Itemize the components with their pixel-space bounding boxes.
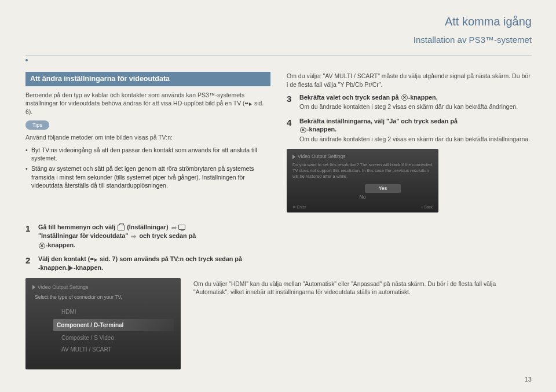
screenshot-footer: ✕ Enter ○ Back [292, 205, 433, 210]
section-heading: Att ändra inställningarna för videoutdat… [25, 72, 270, 86]
tips-list: Byt TV:ns videoingång så att den passar … [25, 146, 270, 189]
settings-icon [118, 225, 125, 230]
step-4-title: Bekräfta inställningarna, välj "Ja" och … [299, 117, 530, 134]
step-1-text: Gå till hemmenyn och välj (Inställningar… [38, 223, 196, 250]
screenshot-option-yes: Yes [365, 184, 401, 193]
reference-dots-icon [90, 255, 94, 262]
screenshot-caption: Om du väljer "HDMI" kan du välja mellan … [193, 278, 532, 296]
screenshot-option: AV MULTI / SCART [61, 345, 174, 354]
screenshot-option: HDMI [61, 307, 174, 317]
step-number: 1 [25, 223, 34, 250]
screenshot-title: Video Output Settings [32, 284, 174, 291]
screenshot-confirm-dialog: Video Output Settings Do you want to set… [287, 149, 438, 213]
screenshot-option: Composite / S Video [61, 334, 174, 343]
tips-item: Stäng av systemet och sätt på det igen g… [25, 164, 270, 189]
play-button-icon [68, 265, 73, 271]
arrow-icon: ➡ [171, 224, 177, 232]
intro-paragraph: Beroende på den typ av kablar och kontak… [25, 91, 270, 116]
screenshot-prompt: Select the type of connector on your TV. [32, 294, 174, 301]
reference-arrow-icon [249, 102, 252, 106]
tips-item: Byt TV:ns videoingång så att den passar … [25, 146, 270, 162]
reference-dots-icon [245, 100, 248, 107]
step-3-body: Om du ändrade kontakten i steg 2 visas e… [299, 102, 518, 111]
tips-badge: Tips [25, 120, 49, 130]
screenshot-option-no: No [292, 194, 433, 200]
divider [25, 55, 532, 64]
step-4: 4 Bekräfta inställningarna, välj "Ja" oc… [287, 117, 532, 143]
step-1: 1 Gå till hemmenyn och välj (Inställning… [25, 223, 279, 250]
screenshot-connector-select: Video Output Settings Select the type of… [25, 278, 181, 369]
step-3-title: Bekräfta valet och tryck sedan på ✕-knap… [299, 93, 518, 102]
x-button-icon: ✕ [401, 94, 408, 101]
display-icon [178, 225, 185, 230]
screenshot-title: Video Output Settings [292, 153, 433, 160]
screenshot-options: HDMI Component / D-Terminal Composite / … [32, 307, 174, 354]
arrow-icon: ➡ [131, 232, 136, 241]
page-subtitle: Installation av PS3™-systemet [25, 34, 532, 46]
step-number: 2 [25, 255, 34, 272]
x-button-icon: ✕ [300, 127, 306, 133]
breadcrumb: Att komma igång [25, 14, 532, 30]
step-4-body: Om du ändrade kontakten i steg 2 visas e… [299, 135, 530, 143]
intro-text: Beroende på den typ av kablar och kontak… [25, 91, 245, 107]
step-number: 3 [287, 93, 295, 111]
page-number: 13 [525, 375, 532, 384]
screenshot-body: Do you want to set this resolution? The … [292, 162, 433, 179]
right-para-1: Om du väljer "AV MULTI / SCART" måste du… [287, 72, 532, 88]
step-2: 2 Välj den kontakt ( sid. 7) som används… [25, 255, 279, 272]
step-number: 4 [287, 117, 295, 143]
screenshot-option-selected: Component / D-Terminal [53, 319, 174, 332]
reference-arrow-icon [94, 258, 97, 262]
tips-intro: Använd följande metoder om inte bilden v… [25, 133, 270, 141]
step-2-text: Välj den kontakt ( sid. 7) som används p… [38, 255, 242, 272]
x-button-icon: ✕ [39, 243, 45, 249]
step-3: 3 Bekräfta valet och tryck sedan på ✕-kn… [287, 93, 532, 111]
